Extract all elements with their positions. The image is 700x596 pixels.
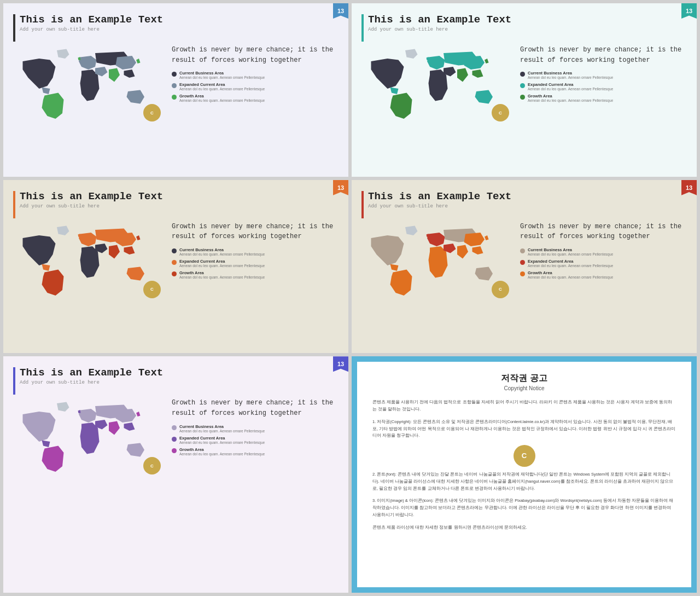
slide-title-1: This is an Example Text bbox=[20, 14, 163, 26]
title-block-3: This is an Example Text Add your own sub… bbox=[13, 191, 339, 218]
legend-dot-4-0 bbox=[520, 248, 525, 253]
legend-3: Current Business Area Aenean dol eu leo … bbox=[172, 247, 339, 279]
slide-content-5: C Growth is never by mere chance; it is … bbox=[13, 398, 339, 480]
title-bar-1 bbox=[13, 14, 15, 42]
slide-subtitle-3: Add your own sub-title here bbox=[20, 204, 163, 209]
growth-text-2: Growth is never by mere chance; it is th… bbox=[520, 45, 687, 65]
copyright-title-en: Copyright Notice bbox=[504, 385, 545, 391]
copyright-para-4: 콘텐츠 제품 라이선에 대한 자세한 정보를 원하시면 콘텐츠라이선에 문의하세… bbox=[372, 524, 676, 531]
slide-content-4: C Growth is never by mere chance; it is … bbox=[361, 222, 687, 304]
slide-5: 13 This is an Example Text Add your own … bbox=[3, 356, 348, 593]
map-area-1: C bbox=[13, 45, 166, 127]
legend-dot-2-2 bbox=[520, 95, 525, 100]
legend-1: Current Business Area Aenean dol eu leo … bbox=[172, 71, 339, 102]
title-bar-3 bbox=[13, 191, 15, 218]
slide-subtitle-5: Add your own sub-title here bbox=[20, 380, 163, 385]
legend-item-1-2: Growth Area Aenean dol eu leo quam. Aene… bbox=[172, 94, 339, 102]
slide-content-3: C Growth is never by mere chance; it is … bbox=[13, 222, 339, 304]
legend-desc-2-0: Aenean dol eu leo quam. Aenean ornare Pe… bbox=[528, 76, 613, 79]
slide-1: 13 This is an Example Text Add your own … bbox=[3, 3, 348, 177]
slide-3: 13 This is an Example Text Add your own … bbox=[3, 180, 348, 354]
slide-title-2: This is an Example Text bbox=[368, 14, 511, 26]
right-panel-4: Growth is never by mere chance; it is th… bbox=[520, 222, 687, 304]
slide-content-2: C Growth is never by mere chance; it is … bbox=[361, 45, 687, 127]
copyright-para-2: 2. 폰트(font): 콘텐츠 내에 닷겨있는 잔달 폰트는 네이버 나눔글꼴… bbox=[372, 471, 676, 492]
legend-item-5-1: Expanded Current Area Aenean dol eu leo … bbox=[172, 436, 339, 444]
legend-desc-1-1: Aenean dol eu leo quam. Aenean ornare Pe… bbox=[179, 87, 265, 91]
title-bar-5 bbox=[13, 367, 15, 395]
slide-subtitle-4: Add your own sub-title here bbox=[368, 204, 511, 209]
legend-title-5-0: Current Business Area bbox=[179, 424, 265, 429]
legend-dot-4-1 bbox=[520, 260, 525, 265]
map-area-2: C bbox=[361, 45, 515, 127]
legend-dot-1-2 bbox=[172, 95, 177, 100]
slide-badge-3: 13 bbox=[333, 180, 348, 195]
legend-item-2-1: Expanded Current Area Aenean dol eu leo … bbox=[520, 82, 687, 91]
legend-title-2-2: Growth Area bbox=[528, 94, 613, 99]
legend-dot-5-2 bbox=[172, 448, 177, 453]
right-panel-3: Growth is never by mere chance; it is th… bbox=[172, 222, 339, 304]
map-area-5: C bbox=[13, 398, 166, 480]
slide-badge-4: 13 bbox=[681, 180, 697, 195]
legend-title-4-1: Expanded Current Area bbox=[528, 259, 613, 264]
legend-item-4-0: Current Business Area Aenean dol eu leo … bbox=[520, 247, 687, 256]
slide-title-3: This is an Example Text bbox=[20, 191, 163, 202]
legend-title-3-0: Current Business Area bbox=[179, 247, 265, 252]
slide-content-1: C Growth is never by mere chance; it is … bbox=[13, 45, 339, 127]
legend-dot-4-2 bbox=[520, 271, 525, 276]
map-area-4: C bbox=[361, 222, 515, 304]
copyright-body: 콘텐츠 제품을 사용하기 전에 다음의 법적으로 조항들을 자세히 읽어 주시기… bbox=[372, 399, 676, 536]
legend-dot-3-0 bbox=[172, 248, 177, 253]
legend-dot-3-1 bbox=[172, 260, 177, 265]
legend-5: Current Business Area Aenean dol eu leo … bbox=[172, 424, 339, 456]
map-logo-3: C bbox=[143, 281, 161, 298]
legend-item-1-0: Current Business Area Aenean dol eu leo … bbox=[172, 71, 339, 79]
slide-badge-1: 13 bbox=[333, 3, 348, 19]
right-panel-1: Growth is never by mere chance; it is th… bbox=[172, 45, 339, 127]
legend-desc-5-2: Aenean dol eu leo quam. Aenean ornare Pe… bbox=[179, 452, 265, 456]
title-block-5: This is an Example Text Add your own sub… bbox=[13, 367, 339, 395]
legend-item-3-2: Growth Area Aenean dol eu leo quam. Aene… bbox=[172, 270, 339, 279]
copyright-para-3: 3. 이미지(image) & 아이콘(icon): 콘텐츠 내에 닷겨있는 이… bbox=[372, 497, 676, 518]
legend-dot-1-1 bbox=[172, 83, 177, 88]
legend-item-3-0: Current Business Area Aenean dol eu leo … bbox=[172, 247, 339, 256]
legend-desc-4-2: Aenean dol eu leo quam. Aenean ornare Pe… bbox=[528, 275, 613, 279]
title-block-2: This is an Example Text Add your own sub… bbox=[361, 14, 687, 42]
legend-title-1-1: Expanded Current Area bbox=[179, 82, 265, 87]
slide-subtitle-2: Add your own sub-title here bbox=[368, 27, 511, 32]
growth-text-3: Growth is never by mere chance; it is th… bbox=[172, 222, 339, 242]
copyright-para-1: 1. 저작권(Copyright): 모든 콘텐츠의 소유 및 저작권은 콘텐츠… bbox=[372, 419, 676, 439]
slide-2: 13 This is an Example Text Add your own … bbox=[352, 3, 697, 177]
legend-desc-5-0: Aenean dol eu leo quam. Aenean ornare Pe… bbox=[179, 429, 265, 433]
legend-title-4-2: Growth Area bbox=[528, 270, 613, 275]
legend-dot-3-2 bbox=[172, 271, 177, 276]
legend-desc-3-0: Aenean dol eu leo quam. Aenean ornare Pe… bbox=[179, 252, 265, 256]
growth-text-5: Growth is never by mere chance; it is th… bbox=[172, 398, 339, 418]
title-bar-2 bbox=[361, 14, 364, 42]
legend-dot-2-0 bbox=[520, 72, 525, 77]
growth-text-4: Growth is never by mere chance; it is th… bbox=[520, 222, 687, 242]
legend-title-2-0: Current Business Area bbox=[528, 71, 613, 76]
copyright-slide: 저작권 공고 Copyright Notice 콘텐츠 제품을 사용하기 전에 … bbox=[352, 356, 697, 593]
title-block-4: This is an Example Text Add your own sub… bbox=[361, 191, 687, 218]
legend-desc-4-0: Aenean dol eu leo quam. Aenean ornare Pe… bbox=[528, 252, 613, 256]
legend-desc-1-2: Aenean dol eu leo quam. Aenean ornare Pe… bbox=[179, 99, 265, 102]
legend-item-1-1: Expanded Current Area Aenean dol eu leo … bbox=[172, 82, 339, 91]
legend-dot-2-1 bbox=[520, 83, 525, 88]
map-logo-4: C bbox=[492, 281, 509, 298]
copyright-title-kr: 저작권 공고 bbox=[501, 373, 547, 384]
legend-title-2-1: Expanded Current Area bbox=[528, 82, 613, 87]
legend-title-1-0: Current Business Area bbox=[179, 71, 265, 76]
legend-title-4-0: Current Business Area bbox=[528, 247, 613, 252]
map-area-3: C bbox=[13, 222, 166, 304]
title-block-1: This is an Example Text Add your own sub… bbox=[13, 14, 339, 42]
legend-dot-5-0 bbox=[172, 425, 177, 430]
legend-desc-3-2: Aenean dol eu leo quam. Aenean ornare Pe… bbox=[179, 275, 265, 279]
legend-desc-3-1: Aenean dol eu leo quam. Aenean ornare Pe… bbox=[179, 264, 265, 268]
legend-item-3-1: Expanded Current Area Aenean dol eu leo … bbox=[172, 259, 339, 268]
legend-desc-2-2: Aenean dol eu leo quam. Aenean ornare Pe… bbox=[528, 99, 613, 102]
title-bar-4 bbox=[361, 191, 364, 218]
copyright-inner: 저작권 공고 Copyright Notice 콘텐츠 제품을 사용하기 전에 … bbox=[357, 362, 691, 587]
legend-desc-1-0: Aenean dol eu leo quam. Aenean ornare Pe… bbox=[179, 76, 265, 79]
legend-desc-5-1: Aenean dol eu leo quam. Aenean ornare Pe… bbox=[179, 441, 265, 444]
